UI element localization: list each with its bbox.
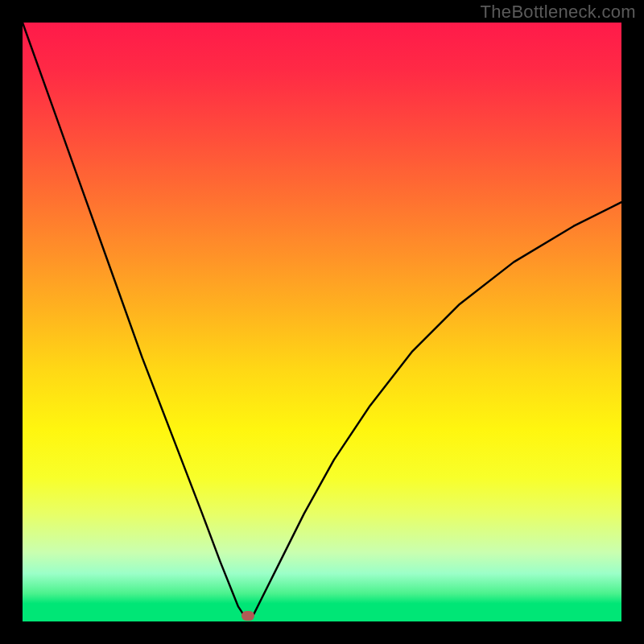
chart-frame: TheBottleneck.com	[0, 0, 644, 644]
bottleneck-curve	[23, 23, 621, 621]
bottleneck-point-marker	[242, 611, 254, 621]
watermark-text: TheBottleneck.com	[481, 2, 636, 23]
plot-area	[23, 23, 621, 621]
